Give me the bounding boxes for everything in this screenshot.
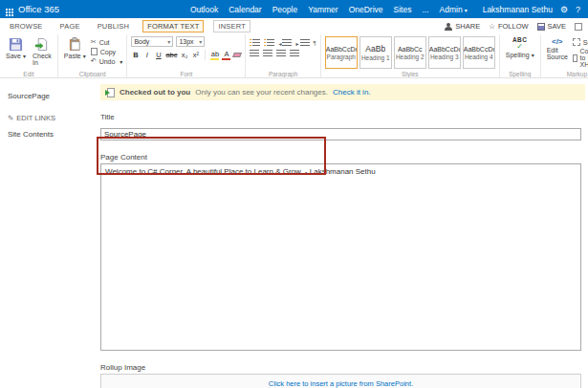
- group-label-clipboard: Clipboard: [58, 71, 127, 77]
- save-floppy-icon: [9, 37, 23, 52]
- divider: [205, 50, 206, 60]
- suite-nav: Outlook Calendar People Yammer OneDrive …: [190, 5, 468, 14]
- style-heading-1[interactable]: AaBb Heading 1: [359, 36, 392, 69]
- app-launcher-icon[interactable]: [6, 9, 8, 11]
- undo-button[interactable]: ↶Undo▾: [91, 57, 123, 65]
- ribbon-group-spelling: ABC ✓ Spelling▾ Spelling: [500, 34, 541, 77]
- save-button-label: Save: [6, 53, 21, 59]
- sidebar-item-site-contents[interactable]: Site Contents: [8, 130, 98, 139]
- clear-format-eraser-icon[interactable]: [233, 53, 243, 57]
- strikethrough-button[interactable]: abc: [165, 51, 177, 59]
- nav-more[interactable]: ...: [422, 5, 428, 14]
- numbered-list-icon[interactable]: [264, 39, 274, 47]
- group-label-paragraph: Paragraph: [246, 71, 319, 77]
- style-name: Heading 3: [430, 54, 459, 60]
- insert-picture-link[interactable]: Click here to insert a picture from Shar…: [269, 379, 413, 388]
- star-icon: ☆: [489, 22, 495, 31]
- group-label-markup: Markup: [541, 71, 588, 77]
- tab-format-text[interactable]: FORMAT TEXT: [142, 20, 204, 32]
- paste-button[interactable]: Paste▾: [62, 36, 88, 60]
- follow-label: FOLLOW: [498, 22, 529, 31]
- gear-icon[interactable]: ⚙: [560, 5, 568, 14]
- font-family-value: Body: [134, 38, 149, 45]
- nav-yammer[interactable]: Yammer: [308, 5, 338, 14]
- subscript-button[interactable]: x₂: [180, 51, 188, 59]
- font-size-value: 13px: [179, 38, 193, 45]
- style-heading-3[interactable]: AaBbCcDc Heading 3: [428, 36, 461, 69]
- align-right-icon[interactable]: [276, 50, 286, 57]
- align-left-icon[interactable]: [250, 50, 259, 57]
- paste-label: Paste: [64, 53, 81, 59]
- title-input[interactable]: [100, 128, 581, 140]
- tab-page[interactable]: PAGE: [56, 21, 84, 32]
- edit-source-label: Edit Source: [547, 47, 568, 60]
- check-icon: ✓: [516, 43, 523, 51]
- paste-clipboard-icon: [68, 37, 82, 52]
- text-direction-button[interactable]: ¶: [314, 40, 316, 46]
- font-family-select[interactable]: Body▾: [131, 36, 173, 47]
- rollup-image-box: Click here to insert a picture from Shar…: [100, 374, 581, 388]
- follow-button[interactable]: ☆FOLLOW: [489, 22, 528, 31]
- tab-browse[interactable]: BROWSE: [6, 21, 47, 32]
- select-button[interactable]: Select▾: [573, 38, 588, 46]
- share-label: SHARE: [455, 22, 480, 31]
- nav-onedrive[interactable]: OneDrive: [349, 5, 383, 14]
- edit-links-button[interactable]: ✎ EDIT LINKS: [8, 114, 98, 122]
- check-in-button[interactable]: Check In: [31, 36, 54, 67]
- brand-title[interactable]: Office 365: [18, 4, 59, 14]
- scissors-icon: ✂: [91, 38, 97, 46]
- rollup-image-label: Rollup Image: [100, 363, 585, 372]
- justify-icon[interactable]: [290, 50, 299, 57]
- tab-publish[interactable]: PUBLISH: [94, 21, 134, 32]
- user-menu[interactable]: Lakshmanan Sethu: [483, 5, 553, 14]
- bold-button[interactable]: B: [131, 51, 140, 59]
- nav-people[interactable]: People: [272, 5, 297, 14]
- font-size-select[interactable]: 13px▾: [176, 36, 205, 47]
- save-button[interactable]: Save▾: [4, 36, 28, 60]
- highlight-color-button[interactable]: ab: [210, 50, 219, 60]
- nav-calendar[interactable]: Calendar: [229, 5, 262, 14]
- chevron-down-icon: ▾: [532, 53, 534, 58]
- sidebar-page-name[interactable]: SourcePage: [8, 92, 98, 100]
- style-paragraph[interactable]: AaBbCcDd Paragraph: [325, 36, 358, 69]
- nav-admin[interactable]: Admin▾: [440, 5, 468, 14]
- convert-to-xhtml-button[interactable]: Convert to XHTML: [573, 48, 588, 68]
- ribbon-tab-bar: BROWSE PAGE PUBLISH FORMAT TEXT INSERT S…: [0, 18, 588, 34]
- style-heading-2[interactable]: AaBbCc Heading 2: [394, 36, 426, 69]
- underline-button[interactable]: U: [154, 51, 163, 59]
- font-color-button[interactable]: A: [222, 50, 230, 60]
- edit-source-button[interactable]: </> Edit Source: [545, 36, 570, 61]
- style-heading-4[interactable]: AaBbCcDd Heading 4: [463, 36, 495, 69]
- style-preview: AaBbCcDd: [326, 46, 357, 53]
- cut-button[interactable]: ✂Cut: [91, 38, 123, 46]
- nav-admin-label: Admin: [440, 5, 463, 14]
- indent-button[interactable]: ▸: [295, 39, 309, 47]
- page-content-editor[interactable]: Welcome to C# Corner. A beautiful Place …: [100, 163, 581, 351]
- tab-insert[interactable]: INSERT: [213, 20, 250, 32]
- help-icon[interactable]: ?: [576, 5, 580, 14]
- convert-label: Convert to XHTML: [580, 48, 588, 68]
- status-title: Checked out to you: [120, 88, 190, 97]
- focus-on-content-icon[interactable]: [575, 23, 582, 31]
- style-preview: AaBbCcDd: [464, 46, 494, 53]
- chevron-down-icon: ▾: [23, 54, 26, 59]
- ribbon-group-font: Body▾ 13px▾ B I U abc x₂ x² ab A Font: [127, 34, 246, 77]
- style-name: Paragraph: [327, 54, 356, 60]
- align-center-icon[interactable]: [263, 50, 272, 57]
- share-button[interactable]: SHARE: [445, 22, 480, 31]
- style-preview: AaBb: [365, 44, 385, 54]
- save-quick-button[interactable]: SAVE: [537, 22, 566, 31]
- check-it-in-link[interactable]: Check it in.: [333, 88, 371, 97]
- superscript-button[interactable]: x²: [191, 51, 200, 59]
- nav-outlook[interactable]: Outlook: [190, 5, 218, 14]
- outdent-button[interactable]: ◂: [278, 39, 292, 47]
- nav-sites[interactable]: Sites: [394, 5, 412, 14]
- status-message: Only you can see your recent changes.: [195, 88, 328, 97]
- spelling-button[interactable]: ABC ✓ Spelling▾: [504, 36, 536, 59]
- title-field-label: Title: [100, 113, 585, 121]
- bullet-list-icon[interactable]: [250, 39, 260, 47]
- copy-button[interactable]: Copy: [91, 48, 123, 55]
- lines-icon: [300, 39, 310, 47]
- italic-button[interactable]: I: [142, 51, 151, 59]
- check-in-icon: [34, 37, 49, 52]
